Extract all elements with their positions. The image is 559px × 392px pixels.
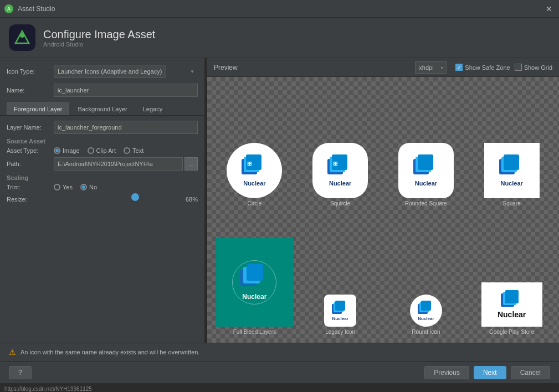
previous-button[interactable]: Previous: [424, 366, 469, 379]
icon-type-select-wrapper: Launcher Icons (Adaptive and Legacy): [54, 65, 198, 78]
svg-text:⊞: ⊞: [247, 161, 252, 167]
path-input[interactable]: [54, 157, 183, 171]
resize-slider-wrapper: [54, 194, 176, 204]
resize-value: 68%: [176, 196, 198, 203]
preview-rounded-square: Nuclear Rounded Square: [384, 82, 468, 209]
url-bar: https://blog.csdn.net/NYH19961125: [0, 383, 559, 392]
trim-no-circle: [80, 184, 87, 190]
layer-name-input[interactable]: [54, 121, 198, 134]
svg-text:⊞: ⊞: [333, 161, 337, 167]
close-button[interactable]: ✕: [543, 3, 555, 14]
preview-full-bleed: Nuclear Full Bleed Layers: [213, 211, 296, 337]
browse-button[interactable]: …: [184, 157, 198, 171]
preview-circle: ⊞ Nuclear Circle: [213, 82, 296, 209]
resize-label: Resize:: [7, 196, 54, 203]
rounded-square-label: Rounded Square: [405, 200, 447, 207]
layer-name-row: Layer Name:: [0, 119, 204, 136]
trim-no[interactable]: No: [80, 184, 97, 190]
warning-text: An icon with the same name already exist…: [20, 349, 199, 355]
preview-square: Nuclear Square: [470, 82, 553, 209]
circle-wrapper: ⊞ Nuclear Circle: [227, 143, 282, 207]
window-title: Asset Studio: [18, 5, 543, 13]
trim-yes-circle: [54, 184, 60, 190]
show-grid-checkbox[interactable]: Show Grid: [515, 64, 552, 71]
nuclear-icon-fullbleed: Nuclear: [238, 264, 271, 301]
svg-rect-21: [335, 301, 345, 311]
header-text: Configure Image Asset Android Studio: [43, 28, 155, 48]
full-bleed-label: Full Bleed Layers: [233, 329, 276, 335]
help-button[interactable]: ?: [9, 366, 32, 379]
preview-grid: ⊞ Nuclear Circle: [207, 77, 559, 343]
show-safe-zone-checkbox[interactable]: Show Safe Zone: [455, 64, 510, 71]
squircle-icon-shape: ⊞ Nuclear: [312, 143, 368, 198]
scaling-section: Scaling: [0, 172, 204, 182]
rounded-square-wrapper: Nuclear Rounded Square: [398, 143, 454, 207]
density-select[interactable]: xhdpi: [415, 61, 447, 74]
nuclear-icon-legacy: Nuclear: [331, 301, 350, 321]
source-asset-section: Source Asset: [0, 136, 204, 146]
circle-icon-shape: ⊞ Nuclear: [227, 143, 282, 198]
app-icon: A: [4, 4, 13, 13]
gps-label: Google Play Store: [489, 329, 534, 335]
trim-yes[interactable]: Yes: [54, 184, 73, 190]
icon-type-label: Icon Type:: [7, 68, 54, 75]
url-text: https://blog.csdn.net/NYH19961125: [4, 386, 92, 392]
legacy-wrapper: Nuclear Legacy Icon: [324, 295, 356, 335]
gps-wrapper: Nuclear Google Play Store: [481, 282, 542, 335]
cancel-button[interactable]: Cancel: [511, 366, 550, 379]
squircle-label: Squircle: [330, 200, 350, 207]
title-bar: A Asset Studio ✕: [0, 0, 559, 18]
radio-text-circle: [124, 147, 130, 154]
nuclear-icon-rounded-sq: Nuclear: [411, 154, 441, 187]
trim-radio-group: Yes No: [54, 184, 97, 190]
nuclear-icon-square: Nuclear: [497, 154, 527, 187]
svg-rect-12: [418, 154, 433, 170]
android-studio-logo: [9, 24, 35, 51]
svg-point-1: [20, 33, 24, 38]
layer-name-label: Layer Name:: [7, 124, 54, 131]
name-input[interactable]: [54, 84, 198, 97]
main-content: Icon Type: Launcher Icons (Adaptive and …: [0, 58, 559, 343]
preview-round: Nuclear Round Icon: [384, 211, 468, 337]
nuclear-icon-circle: ⊞ Nuclear: [239, 154, 269, 187]
legacy-label: Legacy Icon: [325, 329, 355, 335]
resize-slider[interactable]: [54, 194, 176, 203]
preview-gps: Nuclear Google Play Store: [470, 211, 553, 337]
preview-legacy: Nuclear Legacy Icon: [299, 211, 382, 337]
radio-clipart[interactable]: Clip Art: [88, 147, 116, 154]
nuclear-icon-round: Nuclear: [417, 301, 435, 321]
path-label: Path:: [7, 161, 54, 167]
name-row: Name:: [0, 81, 204, 99]
show-grid-box: [515, 64, 522, 71]
legacy-shape: Nuclear: [324, 295, 356, 327]
icon-type-row: Icon Type: Launcher Icons (Adaptive and …: [0, 63, 204, 80]
next-button[interactable]: Next: [474, 366, 506, 379]
nuclear-icon-squircle: ⊞ Nuclear: [325, 154, 355, 187]
left-panel: Icon Type: Launcher Icons (Adaptive and …: [0, 58, 205, 343]
show-safe-zone-box: [455, 64, 463, 71]
asset-type-label: Asset Type:: [7, 147, 54, 154]
svg-rect-27: [505, 290, 519, 303]
svg-rect-15: [504, 154, 519, 170]
tab-foreground[interactable]: Foreground Layer: [7, 102, 69, 115]
circle-label: Circle: [248, 200, 262, 207]
nuclear-icon-gps: Nuclear: [498, 290, 526, 319]
radio-image[interactable]: Image: [54, 147, 80, 154]
full-bleed-shape: Nuclear: [216, 238, 293, 327]
squircle-wrapper: ⊞ Nuclear Squircle: [312, 143, 368, 207]
resize-row: Resize: 68%: [0, 192, 204, 206]
tab-legacy[interactable]: Legacy: [136, 102, 170, 115]
path-row: Path: …: [0, 156, 204, 172]
density-select-wrapper: xhdpi: [415, 61, 447, 74]
radio-image-circle: [54, 147, 60, 154]
radio-text[interactable]: Text: [124, 147, 143, 154]
square-label: Square: [503, 200, 521, 207]
warning-bar: ⚠ An icon with the same name already exi…: [0, 343, 559, 361]
tab-background[interactable]: Background Layer: [70, 102, 134, 115]
dialog-header: Configure Image Asset Android Studio: [0, 18, 559, 58]
round-shape: Nuclear: [410, 295, 442, 327]
trim-row: Trim: Yes No: [0, 182, 204, 192]
preview-squircle: ⊞ Nuclear Squircle: [299, 82, 382, 209]
square-wrapper: Nuclear Square: [484, 143, 540, 207]
icon-type-select[interactable]: Launcher Icons (Adaptive and Legacy): [54, 65, 166, 78]
